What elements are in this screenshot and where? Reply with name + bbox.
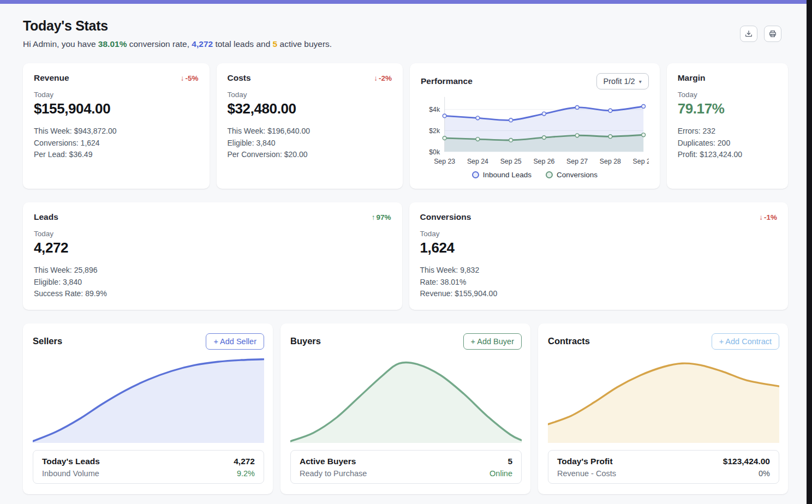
- performance-card-title: Performance: [421, 76, 473, 86]
- conversions-card-title: Conversions: [420, 212, 471, 222]
- print-button[interactable]: [764, 26, 781, 42]
- costs-week-line: This Week: $196,640.00: [228, 125, 392, 137]
- download-button[interactable]: [740, 26, 757, 42]
- top-accent-bar: [0, 0, 807, 4]
- performance-chart: $0k$2k$4kSep 23Sep 24Sep 25Sep 26Sep 27S…: [421, 94, 649, 167]
- buyers-summary-label: Active Buyers: [300, 457, 356, 466]
- stats-row-2: Leads ↑97% Today 4,272 This Week: 25,896…: [23, 202, 788, 310]
- margin-period-label: Today: [678, 91, 777, 99]
- add-buyer-button[interactable]: + Add Buyer: [463, 333, 522, 350]
- sellers-card: Sellers + Add Seller Today's Leads 4,272…: [23, 323, 273, 494]
- revenue-conversions-line: Conversions: 1,624: [34, 137, 199, 149]
- svg-text:Sep 26: Sep 26: [533, 158, 554, 165]
- svg-text:Sep 23: Sep 23: [434, 158, 455, 165]
- costs-value: $32,480.00: [228, 100, 392, 117]
- conversions-value: 1,624: [420, 239, 778, 256]
- arrow-down-icon: ↓: [374, 74, 378, 82]
- leads-success-rate-line: Success Rate: 89.9%: [34, 288, 391, 300]
- performance-metric-dropdown[interactable]: Profit 1/2▾: [596, 73, 649, 89]
- sellers-summary-box: Today's Leads 4,272 Inbound Volume 9.2%: [33, 450, 264, 484]
- printer-icon: [768, 29, 777, 38]
- buyers-card: Buyers + Add Buyer Active Buyers 5 Ready…: [280, 323, 530, 494]
- sellers-summary-sublabel: Inbound Volume: [42, 469, 99, 478]
- leads-eligible-line: Eligible: 3,840: [34, 277, 391, 289]
- conversion-rate-value: 38.01%: [98, 39, 127, 49]
- costs-per-conversion-line: Per Conversion: $20.00: [228, 149, 392, 161]
- costs-trend-badge: ↓-2%: [374, 74, 392, 82]
- arrow-down-icon: ↓: [759, 213, 763, 221]
- revenue-card: Revenue ↓-5% Today $155,904.00 This Week…: [23, 63, 210, 189]
- buyers-card-title: Buyers: [290, 336, 321, 346]
- leads-card: Leads ↑97% Today 4,272 This Week: 25,896…: [23, 202, 402, 310]
- sellers-chart: [33, 358, 264, 443]
- svg-text:Sep 24: Sep 24: [467, 158, 488, 165]
- arrow-up-icon: ↑: [372, 213, 375, 221]
- margin-profit-line: Profit: $123,424.00: [678, 149, 777, 161]
- performance-legend: Inbound Leads Conversions: [421, 171, 649, 179]
- total-leads-value: 4,272: [192, 39, 213, 49]
- sellers-summary-subvalue: 9.2%: [237, 469, 255, 478]
- screen-edge-strip: [807, 0, 812, 504]
- svg-text:$2k: $2k: [429, 127, 440, 135]
- margin-card-title: Margin: [678, 73, 706, 83]
- add-contract-button[interactable]: + Add Contract: [712, 333, 779, 350]
- contracts-summary-subvalue: 0%: [759, 469, 770, 478]
- svg-text:Sep 28: Sep 28: [600, 158, 621, 165]
- conversions-week-line: This Week: 9,832: [420, 265, 778, 277]
- download-icon: [744, 29, 753, 38]
- leads-value: 4,272: [34, 239, 391, 256]
- add-seller-button[interactable]: + Add Seller: [206, 333, 264, 350]
- buyers-summary-value: 5: [507, 457, 512, 466]
- svg-text:Sep 29: Sep 29: [633, 158, 649, 165]
- revenue-card-title: Revenue: [34, 73, 69, 83]
- revenue-trend-badge: ↓-5%: [181, 74, 199, 82]
- svg-text:$0k: $0k: [429, 148, 440, 156]
- stats-row-1: Revenue ↓-5% Today $155,904.00 This Week…: [23, 63, 788, 189]
- contracts-chart: [548, 358, 779, 443]
- buyers-summary-box: Active Buyers 5 Ready to Purchase Online: [290, 450, 522, 484]
- page-title: Today's Stats: [23, 18, 332, 34]
- costs-period-label: Today: [228, 91, 392, 99]
- margin-value: 79.17%: [678, 100, 777, 117]
- page-header: Today's Stats Hi Admin, you have 38.01% …: [23, 18, 788, 49]
- svg-text:Sep 27: Sep 27: [566, 158, 588, 165]
- chevron-down-icon: ▾: [639, 79, 642, 85]
- contracts-summary-value: $123,424.00: [723, 457, 770, 466]
- margin-errors-line: Errors: 232: [678, 125, 777, 137]
- conversions-trend-badge: ↓-1%: [759, 213, 777, 221]
- legend-item-conversions[interactable]: Conversions: [546, 171, 598, 179]
- contracts-summary-sublabel: Revenue - Costs: [557, 469, 616, 478]
- svg-text:$4k: $4k: [429, 106, 440, 113]
- legend-item-inbound-leads[interactable]: Inbound Leads: [472, 171, 532, 179]
- costs-eligible-line: Eligible: 3,840: [228, 137, 392, 149]
- contracts-card-title: Contracts: [548, 336, 590, 346]
- inbound-leads-marker-icon: [472, 171, 479, 178]
- leads-card-title: Leads: [34, 212, 58, 222]
- sellers-summary-value: 4,272: [234, 457, 255, 466]
- contracts-summary-box: Today's Profit $123,424.00 Revenue - Cos…: [548, 450, 779, 484]
- costs-card-title: Costs: [228, 73, 251, 83]
- header-actions: [740, 26, 781, 42]
- sellers-summary-label: Today's Leads: [42, 457, 100, 466]
- contracts-summary-label: Today's Profit: [557, 457, 613, 466]
- dashboard-page: Today's Stats Hi Admin, you have 38.01% …: [0, 4, 807, 504]
- conversions-revenue-line: Revenue: $155,904.00: [420, 288, 778, 300]
- conversions-marker-icon: [546, 171, 553, 178]
- revenue-period-label: Today: [34, 91, 199, 99]
- revenue-week-line: This Week: $943,872.00: [34, 125, 199, 137]
- conversions-period-label: Today: [420, 230, 778, 238]
- leads-week-line: This Week: 25,896: [34, 265, 391, 277]
- margin-card: Margin Today 79.17% Errors: 232 Duplicat…: [667, 63, 788, 189]
- active-buyers-value: 5: [273, 39, 278, 49]
- revenue-per-lead-line: Per Lead: $36.49: [34, 149, 199, 161]
- buyers-summary-sublabel: Ready to Purchase: [300, 469, 367, 478]
- stats-row-3: Sellers + Add Seller Today's Leads 4,272…: [23, 323, 788, 494]
- buyers-chart: [290, 358, 522, 443]
- conversions-rate-line: Rate: 38.01%: [420, 277, 778, 289]
- contracts-card: Contracts + Add Contract Today's Profit …: [538, 323, 788, 494]
- buyers-summary-subvalue: Online: [489, 469, 512, 478]
- revenue-value: $155,904.00: [34, 100, 199, 117]
- performance-card: Performance Profit 1/2▾ $0k$2k$4kSep 23S…: [410, 63, 660, 189]
- svg-text:Sep 25: Sep 25: [500, 158, 522, 165]
- page-subtitle: Hi Admin, you have 38.01% conversion rat…: [23, 39, 332, 49]
